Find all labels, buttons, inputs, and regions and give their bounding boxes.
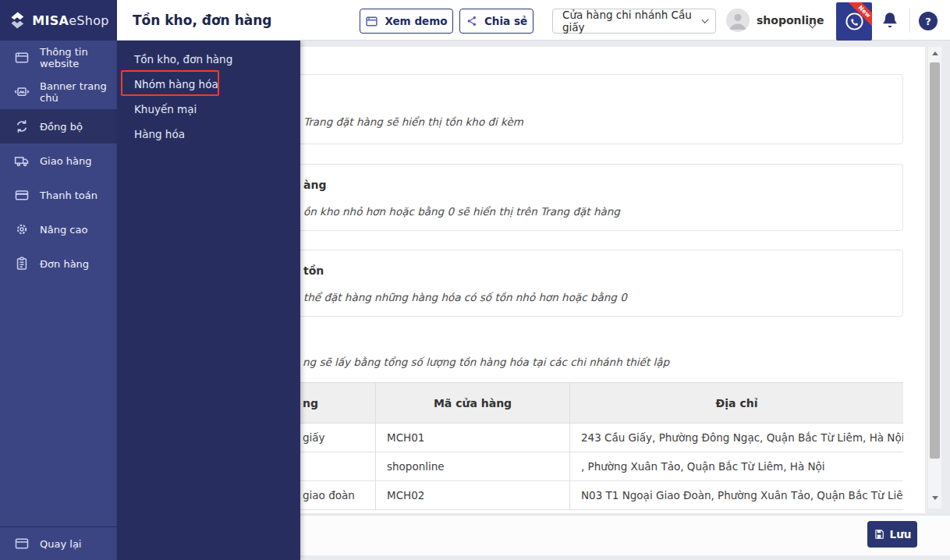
save-button[interactable]: Lưu — [867, 521, 917, 548]
scroll-down-icon — [932, 496, 938, 500]
sidebar-item-orders[interactable]: Đơn hàng — [0, 246, 117, 281]
store-branch-selector[interactable]: Cửa hàng chi nhánh Cầu giấy — [552, 9, 716, 34]
sidebar-item-website-info[interactable]: Thông tin website — [0, 41, 117, 75]
header-store-code: Mã cửa hàng — [376, 383, 570, 423]
scroll-down-button[interactable] — [928, 491, 941, 504]
notifications-button[interactable] — [880, 10, 902, 32]
cell-store-code: MCH01 — [376, 424, 569, 452]
user-menu-chevron-icon[interactable] — [810, 16, 815, 30]
help-button[interactable]: ? — [919, 12, 938, 30]
brand-name-bold: MISA — [32, 13, 69, 28]
cell-store-name: giao đoàn — [303, 481, 355, 509]
brand-name-light: eShop — [69, 13, 109, 28]
gear-icon — [14, 222, 30, 237]
scrollbar-thumb[interactable] — [930, 62, 940, 459]
demo-window-icon — [365, 15, 378, 28]
sidebar-item-advanced[interactable]: Nâng cao — [0, 212, 117, 246]
sidebar-back-section: Quay lại — [0, 526, 117, 560]
cell-address: 243 Cầu Giấy, Phường Đông Ngạc, Quận Bắc… — [570, 424, 903, 452]
card2-description: ồn kho nhỏ hơn hoặc bằng 0 sẽ hiển thị t… — [303, 205, 620, 218]
top-header: MISAeShop Tồn kho, đơn hàng Xem demo Chi… — [0, 0, 950, 41]
submenu-item-product-groups[interactable]: Nhóm hàng hóa — [117, 72, 300, 97]
orders-icon — [14, 256, 30, 271]
store-selector-value: Cửa hàng chi nhánh Cầu giấy — [562, 9, 703, 34]
card3-heading-fragment: tồn — [303, 264, 324, 277]
submenu-item-inventory-orders[interactable]: Tồn kho, đơn hàng — [117, 47, 300, 72]
header-divider — [909, 8, 910, 33]
sync-icon — [14, 119, 30, 134]
cell-address: , Phường Xuân Tảo, Quận Bắc Từ Liêm, Hà … — [570, 452, 903, 480]
banner-icon — [14, 84, 30, 100]
save-icon — [874, 529, 884, 540]
share-button[interactable]: Chia sẻ — [459, 9, 533, 34]
header-address: Địa chỉ — [570, 383, 903, 423]
cell-store-code: shoponline — [376, 452, 569, 480]
avatar[interactable] — [726, 9, 750, 32]
sidebar-item-shipping[interactable]: Giao hàng — [0, 144, 117, 178]
payment-icon — [14, 187, 30, 203]
card2-heading-fragment: àng — [303, 179, 326, 191]
misa-logo-icon — [8, 10, 27, 30]
page-title: Tồn kho, đơn hàng — [133, 0, 271, 41]
brand-logo[interactable]: MISAeShop — [0, 0, 117, 41]
cell-store-name: giấy — [303, 424, 325, 452]
submenu-item-promotions[interactable]: Khuyến mại — [117, 97, 300, 122]
back-window-icon — [14, 536, 30, 551]
bell-icon — [880, 10, 900, 30]
question-mark-icon: ? — [925, 16, 931, 27]
submenu-item-products[interactable]: Hàng hóa — [117, 122, 300, 147]
card3-description: thể đặt hàng những hàng hóa có số tồn nh… — [303, 291, 627, 303]
back-button[interactable]: Quay lại — [0, 527, 117, 560]
sidebar-item-banner[interactable]: Banner trang chủ — [0, 75, 117, 109]
cell-address: N03 T1 Ngoại Giao Đoàn, Phường Xuân Tảo,… — [570, 481, 903, 509]
delivery-icon — [14, 153, 30, 168]
sidebar-item-sync[interactable]: Đồng bộ — [0, 109, 117, 144]
card1-description: Trang đặt hàng sẽ hiển thị tồn kho đi kè… — [303, 115, 523, 128]
hotline-button[interactable]: New — [836, 2, 872, 41]
share-icon — [466, 15, 478, 27]
branch-stock-note: ng sẽ lấy bằng tổng số lượng tồn hàng hó… — [303, 356, 669, 368]
scroll-up-button[interactable] — [928, 47, 941, 59]
view-demo-button[interactable]: Xem demo — [360, 9, 453, 34]
scroll-up-icon — [932, 51, 938, 55]
sync-submenu-panel: Tồn kho, đơn hàng Nhóm hàng hóa Khuyến m… — [117, 41, 300, 560]
sidebar-item-payment[interactable]: Thanh toán — [0, 178, 117, 212]
cell-store-code: MCH02 — [376, 481, 569, 509]
vertical-scrollbar[interactable] — [928, 47, 941, 509]
sidebar: Thông tin website Banner trang chủ Đồng … — [0, 41, 117, 560]
website-icon — [14, 50, 30, 66]
app-window: Trang đặt hàng sẽ hiển thị tồn kho đi kè… — [0, 0, 950, 560]
